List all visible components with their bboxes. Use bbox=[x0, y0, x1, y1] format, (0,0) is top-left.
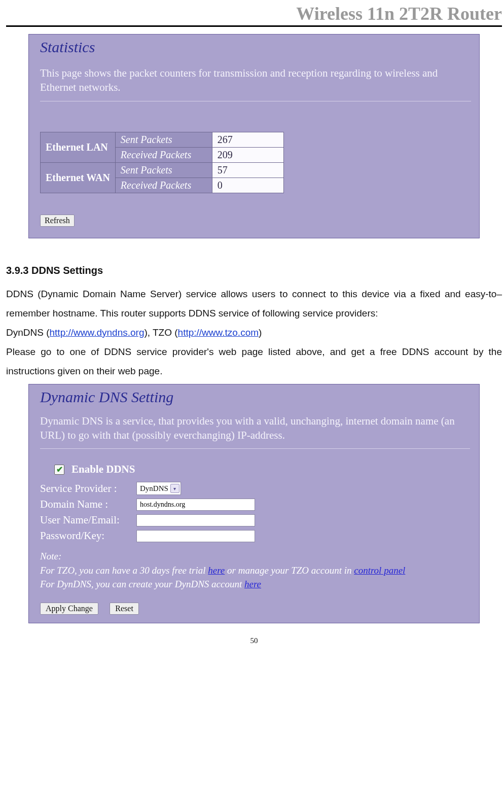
note-text: or manage your TZO account in bbox=[225, 565, 354, 576]
domain-name-input[interactable] bbox=[136, 499, 255, 511]
statistics-title: Statistics bbox=[40, 39, 471, 56]
ddns-title: Dynamic DNS Setting bbox=[40, 389, 470, 406]
service-provider-label: Service Provider : bbox=[40, 482, 136, 495]
tzo-trial-link[interactable]: here bbox=[208, 565, 225, 576]
domain-name-label: Domain Name : bbox=[40, 498, 136, 511]
password-row: Password/Key: bbox=[40, 529, 470, 542]
page-header-title: Wireless 11n 2T2R Router bbox=[6, 3, 502, 25]
section-paragraph: DynDNS (http://www.dyndns.org), TZO (htt… bbox=[6, 323, 502, 342]
service-provider-value: DynDNS bbox=[140, 484, 168, 493]
ddns-panel: Dynamic DNS Setting Dynamic DNS is a ser… bbox=[28, 384, 480, 623]
tzo-control-panel-link[interactable]: control panel bbox=[354, 565, 405, 576]
section-paragraph: DDNS (Dynamic Domain Name Server) servic… bbox=[6, 285, 502, 323]
ddns-description: Dynamic DNS is a service, that provides … bbox=[40, 414, 470, 443]
tzo-link[interactable]: http://www.tzo.com bbox=[178, 327, 259, 338]
statistics-panel: Statistics This page shows the packet co… bbox=[28, 34, 480, 238]
note-text: For DynDNS, you can create your DynDNS a… bbox=[40, 579, 244, 589]
enable-ddns-row: ✔ Enable DDNS bbox=[54, 463, 470, 476]
apply-change-button[interactable]: Apply Change bbox=[40, 603, 98, 615]
service-provider-row: Service Provider : DynDNS ▾ bbox=[40, 482, 470, 495]
dyndns-create-link[interactable]: here bbox=[244, 579, 261, 589]
metric-label: Sent Packets bbox=[115, 132, 212, 147]
group-label: Ethernet WAN bbox=[41, 162, 116, 193]
chevron-down-icon: ▾ bbox=[170, 484, 179, 493]
table-row: Ethernet LAN Sent Packets 267 bbox=[41, 132, 284, 147]
note-label: Note: bbox=[40, 549, 470, 563]
metric-label: Received Packets bbox=[115, 147, 212, 162]
domain-name-row: Domain Name : bbox=[40, 498, 470, 511]
divider bbox=[40, 101, 471, 101]
dyndns-link[interactable]: http://www.dyndns.org bbox=[50, 327, 145, 338]
user-input[interactable] bbox=[136, 514, 255, 526]
reset-button[interactable]: Reset bbox=[110, 603, 139, 615]
group-label: Ethernet LAN bbox=[41, 132, 116, 162]
text: DynDNS ( bbox=[6, 327, 50, 338]
section-heading: 3.9.3 DDNS Settings bbox=[6, 265, 502, 276]
table-row: Ethernet WAN Sent Packets 57 bbox=[41, 162, 284, 178]
metric-value: 57 bbox=[212, 162, 283, 178]
ddns-note: Note: For TZO, you can have a 30 days fr… bbox=[40, 549, 470, 591]
metric-value: 209 bbox=[212, 147, 283, 162]
section-paragraph: Please go to one of DDNS service provide… bbox=[6, 342, 502, 381]
page-header: Wireless 11n 2T2R Router bbox=[6, 3, 502, 27]
password-input[interactable] bbox=[136, 530, 255, 542]
metric-value: 0 bbox=[212, 178, 283, 193]
statistics-description: This page shows the packet counters for … bbox=[40, 66, 471, 95]
user-row: User Name/Email: bbox=[40, 514, 470, 526]
metric-label: Sent Packets bbox=[115, 162, 212, 178]
metric-label: Received Packets bbox=[115, 178, 212, 193]
divider bbox=[40, 448, 470, 449]
note-text: For TZO, you can have a 30 days free tri… bbox=[40, 565, 208, 576]
user-label: User Name/Email: bbox=[40, 514, 136, 526]
service-provider-select[interactable]: DynDNS ▾ bbox=[136, 482, 181, 495]
enable-ddns-label: Enable DDNS bbox=[71, 463, 135, 476]
text: ) bbox=[259, 327, 262, 338]
statistics-table: Ethernet LAN Sent Packets 267 Received P… bbox=[40, 132, 284, 193]
page-number: 50 bbox=[6, 637, 502, 645]
metric-value: 267 bbox=[212, 132, 283, 147]
button-row: Apply Change Reset bbox=[40, 603, 470, 615]
password-label: Password/Key: bbox=[40, 529, 136, 542]
refresh-button[interactable]: Refresh bbox=[40, 215, 75, 227]
text: ), TZO ( bbox=[144, 327, 177, 338]
enable-ddns-checkbox[interactable]: ✔ bbox=[54, 465, 64, 475]
